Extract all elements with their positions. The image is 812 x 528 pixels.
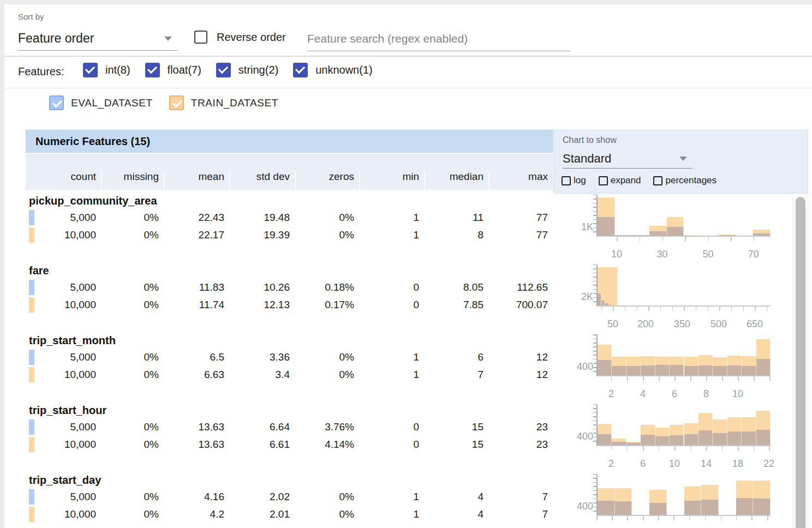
x-axis-tick — [708, 237, 709, 241]
histogram-bar-overlap — [756, 430, 771, 445]
stat-value: 4 — [424, 488, 488, 506]
histogram-plot[interactable] — [596, 265, 771, 307]
stat-value: 6 — [424, 349, 488, 366]
feature-type-label: unknown(1) — [315, 64, 373, 76]
histogram-plot[interactable] — [596, 404, 771, 446]
feature-type-checkbox[interactable]: int(8) — [83, 63, 130, 77]
x-axis-tick — [738, 446, 739, 451]
chart-option-label: log — [574, 175, 586, 186]
checkmark-icon — [52, 98, 62, 107]
histogram-bar-overlap — [670, 435, 684, 445]
column-header: median — [424, 171, 488, 190]
sort-by-select[interactable]: Feature order — [18, 26, 177, 51]
x-axis-tick-label: 18 — [732, 458, 743, 470]
x-axis-tick — [643, 446, 644, 451]
numeric-features-header: Numeric Features (15) — [26, 130, 553, 153]
histogram-plot[interactable] — [596, 334, 771, 376]
chart-option-checkbox[interactable]: expand — [599, 175, 641, 186]
stat-value: 11.83 — [164, 279, 229, 296]
x-axis-tick — [706, 446, 707, 451]
reverse-order-checkbox[interactable]: Reverse order — [194, 31, 286, 44]
y-axis-label: 2K — [553, 291, 593, 303]
dataset-color-marker — [29, 350, 34, 365]
x-axis-tick — [674, 376, 676, 381]
x-axis-tick — [751, 516, 753, 520]
x-axis-tick-label: 350 — [674, 319, 690, 330]
histogram-bar-overlap — [698, 365, 713, 375]
stat-value: 10.26 — [229, 279, 295, 296]
histogram-bar-overlap — [598, 217, 615, 236]
checkbox-unchecked-icon — [194, 31, 207, 44]
dataset-color-marker — [29, 367, 34, 382]
stats-row: 5,0000%22.4319.480%11177 — [26, 209, 553, 226]
histogram-bar-overlap — [632, 235, 649, 236]
feature-histogram: 1K10305070 — [553, 194, 792, 263]
histogram-bar-overlap — [701, 500, 719, 515]
feature-histogram: 400 — [553, 473, 792, 528]
dataset-color-marker — [29, 227, 34, 243]
chart-to-show-label: Chart to show — [563, 135, 617, 145]
feature-type-checkbox[interactable]: string(2) — [216, 63, 278, 77]
x-axis-tick — [736, 516, 737, 520]
checkbox-checked-icon — [83, 63, 98, 77]
feature-type-checkbox[interactable]: unknown(1) — [293, 63, 373, 77]
feature-type-filter-row: int(8)float(7)string(2)unknown(1) — [83, 63, 387, 77]
stat-value: 0% — [101, 296, 164, 314]
chart-option-checkbox[interactable]: log — [562, 175, 586, 186]
checkbox-checked-icon — [293, 63, 308, 77]
stat-value: 22.17 — [164, 226, 229, 244]
histogram-bar-overlap — [698, 430, 713, 445]
stat-value: 7 — [488, 506, 553, 523]
x-axis-tick — [721, 516, 722, 520]
histogram-bar-overlap — [713, 366, 727, 375]
x-axis-tick — [643, 516, 644, 520]
stat-value: 0 — [359, 418, 424, 436]
x-axis-tick — [660, 307, 661, 311]
column-header: zeros — [295, 171, 359, 190]
histogram-plot[interactable] — [596, 195, 771, 237]
x-axis-tick — [731, 307, 732, 311]
stat-value: 1 — [359, 488, 424, 506]
dataset-checkbox[interactable]: TRAIN_DATASET — [169, 95, 278, 110]
x-axis-tick — [659, 376, 660, 381]
y-axis-ticks — [593, 404, 597, 445]
histogram-bar-overlap — [598, 293, 601, 305]
x-axis-tick — [637, 307, 638, 311]
x-axis-tick — [627, 376, 628, 381]
feature-search-input[interactable] — [307, 26, 570, 51]
stats-row: 5,0000%4.162.020%147 — [26, 488, 553, 506]
scrollbar-thumb[interactable] — [796, 197, 805, 528]
stat-value: 0% — [295, 366, 359, 383]
stat-value: 1 — [359, 349, 424, 366]
x-axis-tick — [617, 237, 618, 241]
histogram-bar-overlap — [598, 360, 612, 375]
stat-value: 12 — [488, 366, 553, 383]
chart-option-checkbox[interactable]: percentages — [653, 175, 717, 186]
x-axis-tick — [769, 446, 770, 451]
feature-type-label: string(2) — [238, 64, 278, 76]
y-axis-ticks — [593, 195, 597, 236]
y-axis-label: 400 — [553, 501, 593, 512]
histogram-bar-overlap — [684, 501, 702, 515]
sort-by-label: Sort by — [18, 12, 44, 21]
histogram-plot[interactable] — [596, 474, 771, 516]
x-axis-tick-label: 650 — [747, 319, 763, 330]
x-axis-tick-label: 50 — [702, 249, 713, 260]
dataset-checkbox[interactable]: EVAL_DATASET — [49, 95, 153, 110]
feature-name: trip_start_hour — [29, 404, 106, 417]
stat-value: 0 — [359, 279, 424, 296]
y-axis-ticks — [593, 334, 597, 375]
feature-histogram: 2K50200350500650 — [553, 263, 792, 333]
histogram-bar-overlap — [684, 434, 698, 445]
stat-value: 15 — [424, 418, 488, 436]
stat-value: 6.63 — [164, 366, 229, 383]
x-axis-tick-label: 10 — [732, 388, 743, 400]
x-axis-tick — [596, 516, 598, 520]
x-axis-tick — [754, 237, 755, 241]
chart-to-show-select[interactable]: Standard — [563, 148, 692, 169]
feature-type-checkbox[interactable]: float(7) — [145, 63, 201, 77]
x-axis-tick-label: 6 — [640, 458, 646, 470]
vertical-scrollbar[interactable] — [792, 195, 809, 528]
column-header: missing — [101, 171, 164, 190]
x-axis-tick — [769, 376, 771, 381]
